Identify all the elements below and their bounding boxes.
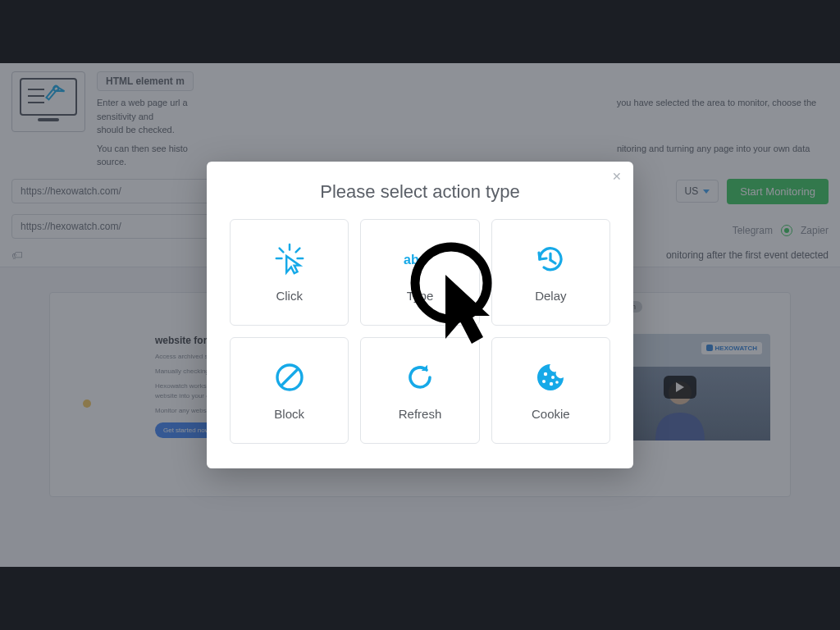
modal-title: Please select action type <box>230 181 610 203</box>
svg-point-18 <box>542 380 546 383</box>
tile-label: Cookie <box>532 407 570 421</box>
cookie-icon <box>534 361 567 394</box>
action-tile-type[interactable]: abc Type <box>360 219 479 326</box>
tile-label: Block <box>274 407 304 421</box>
svg-line-9 <box>295 248 299 252</box>
tile-label: Click <box>276 289 303 303</box>
tile-label: Delay <box>535 289 566 303</box>
svg-point-20 <box>551 376 555 379</box>
svg-line-16 <box>281 369 298 386</box>
svg-text:abc: abc <box>404 252 427 266</box>
tile-label: Type <box>407 289 434 303</box>
abc-icon: abc <box>404 243 436 276</box>
block-icon <box>273 361 306 394</box>
action-tile-click[interactable]: Click <box>230 219 349 326</box>
tile-label: Refresh <box>399 407 442 421</box>
close-icon: ✕ <box>612 170 622 183</box>
action-type-modal: ✕ Please select action type Click a <box>207 162 633 468</box>
action-tile-cookie[interactable]: Cookie <box>491 337 610 444</box>
cursor-click-icon <box>273 243 306 276</box>
svg-line-14 <box>550 260 555 263</box>
clock-history-icon <box>534 243 567 276</box>
svg-point-17 <box>544 372 547 375</box>
svg-point-21 <box>556 381 559 384</box>
svg-point-19 <box>550 381 553 385</box>
refresh-icon <box>404 361 436 394</box>
action-tile-block[interactable]: Block <box>230 337 349 444</box>
action-tile-refresh[interactable]: Refresh <box>360 337 479 444</box>
action-tile-delay[interactable]: Delay <box>491 219 610 326</box>
close-button[interactable]: ✕ <box>612 170 622 183</box>
svg-line-8 <box>279 248 283 252</box>
